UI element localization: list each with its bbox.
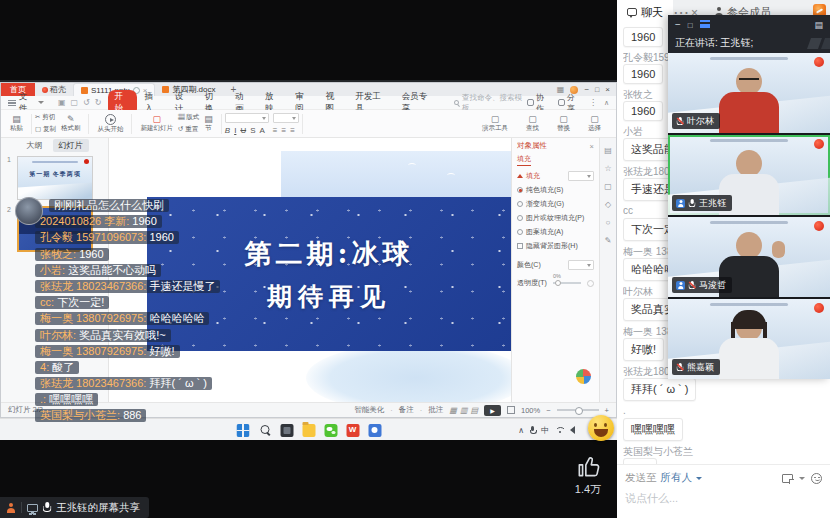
copy-button[interactable]: 复制 <box>35 125 56 134</box>
emoji-picker-icon[interactable] <box>811 473 822 484</box>
fill-type-select[interactable] <box>568 171 594 181</box>
participant-video-tile[interactable]: 熊嘉颖 <box>668 299 830 379</box>
radio-icon[interactable] <box>517 229 523 235</box>
help-rail-icon[interactable] <box>606 218 611 227</box>
new-slide-button[interactable]: 新建幻灯片 <box>135 115 178 132</box>
chevron-down-icon[interactable] <box>696 477 702 480</box>
fit-window-icon[interactable] <box>507 406 515 414</box>
layout-toggle-icon[interactable] <box>814 19 823 30</box>
reset-button[interactable]: 重置 <box>178 125 199 134</box>
screenshot-icon[interactable] <box>782 474 793 483</box>
thumb-caption-line <box>32 161 78 163</box>
sorter-view-icon[interactable] <box>460 406 468 415</box>
collapse-ribbon-icon[interactable] <box>604 98 609 107</box>
toolbar-tool-button[interactable]: 替换 <box>552 115 575 132</box>
zoom-in-button[interactable]: + <box>605 406 609 415</box>
fill-option[interactable]: 图片或纹理填充(P) <box>517 213 594 223</box>
participant-video-tile[interactable]: 马浚哲 <box>668 217 830 297</box>
chat-input[interactable] <box>625 492 822 504</box>
notes-button[interactable]: 备注 <box>399 405 414 415</box>
promo-pinwheel-icon[interactable] <box>576 369 591 384</box>
font-style-button[interactable]: S <box>250 126 255 135</box>
more-icon[interactable] <box>589 98 597 107</box>
tray-mic-icon[interactable] <box>530 426 535 434</box>
section-expand-icon[interactable] <box>517 174 523 178</box>
layout-button[interactable]: 版式 <box>178 113 199 122</box>
close-panel-icon[interactable] <box>590 142 594 151</box>
print-icon[interactable] <box>70 98 78 107</box>
favorites-rail-icon[interactable] <box>604 164 611 173</box>
properties-rail-icon[interactable] <box>604 146 612 155</box>
zoom-out-button[interactable]: − <box>546 406 550 415</box>
wifi-icon[interactable] <box>555 427 564 434</box>
participant-video-tile[interactable]: 王兆钰 <box>668 135 830 215</box>
likes-counter[interactable]: 1.4万 <box>563 454 613 497</box>
language-indicator[interactable]: 中 <box>541 425 549 436</box>
taskbar-app-icon[interactable] <box>324 424 337 437</box>
align-right-icon[interactable] <box>290 126 295 135</box>
reading-view-icon[interactable] <box>470 406 478 415</box>
format-painter-button[interactable]: 格式刷 <box>56 115 86 132</box>
smart-beautify-button[interactable]: 智能美化 <box>354 405 384 415</box>
panel-tab[interactable]: 幻灯片 <box>53 139 89 152</box>
fill-option[interactable]: 纯色填充(S) <box>517 185 594 195</box>
font-size-select[interactable] <box>273 113 299 123</box>
taskbar-app-icon[interactable] <box>280 424 293 437</box>
fill-option[interactable]: 渐变填充(G) <box>517 199 594 209</box>
design-rail-icon[interactable] <box>605 200 611 209</box>
font-family-select[interactable] <box>225 113 269 123</box>
section-button[interactable]: 节 <box>199 115 218 132</box>
zoom-slider[interactable] <box>557 409 599 411</box>
radio-icon[interactable] <box>517 201 523 207</box>
taskbar-app-icon[interactable] <box>346 424 359 437</box>
taskbar-app-icon[interactable] <box>236 424 249 437</box>
tray-expand-icon[interactable] <box>518 426 524 435</box>
transparency-slider[interactable]: 0% <box>553 282 581 284</box>
taskbar-icons <box>236 419 381 441</box>
maximize-icon[interactable] <box>688 19 693 30</box>
fill-tab[interactable]: 填充 <box>517 154 531 166</box>
align-center-icon[interactable] <box>281 126 286 135</box>
radio-icon[interactable] <box>517 187 523 193</box>
tab-chat[interactable]: 聊天 <box>617 0 673 24</box>
slideshow-play-button[interactable] <box>484 405 501 416</box>
tool-icon <box>528 115 537 124</box>
cut-button[interactable]: 剪切 <box>35 113 56 122</box>
font-style-button[interactable]: A <box>260 126 265 135</box>
alignment-buttons <box>273 126 299 135</box>
save-icon[interactable] <box>58 98 66 107</box>
notes-rail-icon[interactable] <box>605 236 612 245</box>
font-style-button[interactable]: B <box>225 126 230 135</box>
play-from-start-button[interactable]: 从头开始 <box>92 114 128 133</box>
font-style-button[interactable]: I <box>234 126 236 135</box>
taskbar-app-icon[interactable] <box>302 424 315 437</box>
radio-icon[interactable] <box>517 215 523 221</box>
paste-button[interactable]: 粘贴 <box>5 115 28 132</box>
color-select[interactable] <box>568 260 594 270</box>
panel-tab[interactable]: 大纲 <box>21 139 49 152</box>
font-style-button[interactable]: U <box>240 126 246 135</box>
fill-option[interactable]: 图案填充(A) <box>517 227 594 237</box>
undo-icon[interactable] <box>83 98 90 107</box>
minimize-icon[interactable] <box>675 19 681 30</box>
list-view-icon[interactable] <box>700 20 710 28</box>
align-left-icon[interactable] <box>273 126 278 135</box>
comments-button[interactable]: 批注 <box>428 405 443 415</box>
hide-background-option[interactable]: 隐藏背景图形(H) <box>517 241 594 251</box>
slide-1-thumbnail[interactable]: 第一期 冬季两项 <box>17 156 93 200</box>
toolbar-tool-button[interactable]: 选择 <box>583 115 606 132</box>
volume-icon[interactable] <box>570 426 575 434</box>
screen-share-statusbar[interactable]: 王兆钰的屏幕共享 <box>0 497 149 518</box>
send-to-select[interactable]: 所有人 <box>661 471 693 485</box>
chevron-down-icon[interactable] <box>799 477 805 480</box>
taskbar-app-icon[interactable] <box>368 424 381 437</box>
toolbar-tool-button[interactable]: 查找 <box>521 115 544 132</box>
redo-icon[interactable] <box>95 98 102 107</box>
taskbar-app-icon[interactable] <box>258 424 271 437</box>
normal-view-icon[interactable] <box>449 406 457 415</box>
toolbar-tool-button[interactable]: 演示工具 <box>477 115 513 132</box>
participant-video-tile[interactable]: 叶尔林 <box>668 53 830 133</box>
slider-knob[interactable] <box>555 280 561 286</box>
shapes-rail-icon[interactable] <box>604 182 612 191</box>
checkbox-icon[interactable] <box>517 243 523 249</box>
